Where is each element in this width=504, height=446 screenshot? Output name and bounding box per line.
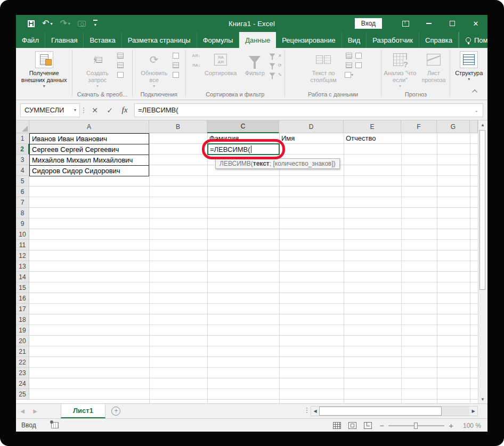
row-header-18[interactable]: 18: [16, 314, 29, 325]
scroll-down-icon[interactable]: ▼: [478, 395, 487, 403]
show-queries-icon[interactable]: [116, 52, 125, 59]
scroll-right-icon[interactable]: ▶: [469, 407, 477, 416]
row-header-23[interactable]: 23: [16, 368, 29, 378]
column-header-e[interactable]: E: [344, 120, 401, 133]
grid-row[interactable]: [29, 229, 478, 240]
row-header-2[interactable]: 2: [16, 144, 29, 155]
grid-row[interactable]: [29, 208, 478, 218]
from-table-icon[interactable]: [116, 61, 125, 69]
remove-duplicates-icon[interactable]: [345, 61, 353, 69]
ribbon-tab-вид[interactable]: Вид: [342, 32, 367, 48]
sheet-tab[interactable]: Лист1: [61, 404, 105, 418]
grid-row[interactable]: [29, 304, 478, 314]
zoom-level[interactable]: 100 %: [461, 422, 481, 429]
refresh-all-button[interactable]: ⟳ Обновить все ▾: [137, 50, 170, 88]
grid-row[interactable]: [29, 282, 478, 293]
row-header-8[interactable]: 8: [16, 208, 29, 218]
grid-row[interactable]: [29, 293, 478, 304]
horizontal-scroll-thumb[interactable]: [319, 407, 442, 416]
grid-row[interactable]: [29, 240, 478, 250]
ribbon-tab-разработчик[interactable]: Разработчик: [367, 32, 419, 48]
scrollbar-resize-handle[interactable]: [306, 408, 307, 413]
cancel-entry-button[interactable]: ✕: [87, 103, 102, 117]
help-assistant-tab[interactable]: Помощн: [459, 32, 487, 48]
ribbon-tab-разметка-страницы[interactable]: Разметка страницы: [122, 32, 197, 48]
row-header-14[interactable]: 14: [16, 272, 29, 282]
grid-row[interactable]: [29, 218, 478, 229]
cell-d1[interactable]: Имя: [279, 133, 344, 144]
scroll-up-icon[interactable]: ▲: [478, 120, 487, 129]
row-header-24[interactable]: 24: [16, 378, 29, 389]
row-header-9[interactable]: 9: [16, 218, 29, 229]
grid-row[interactable]: [29, 186, 478, 197]
name-box-dropdown-icon[interactable]: ▾: [74, 108, 76, 112]
sort-descending-icon[interactable]: ЯА↓: [192, 61, 200, 69]
grid-row[interactable]: [29, 176, 478, 186]
column-header-d[interactable]: D: [279, 120, 344, 133]
ribbon-tab-данные[interactable]: Данные: [239, 32, 276, 48]
previous-sheet-icon[interactable]: ◀: [16, 404, 29, 418]
cell-e1[interactable]: Отчество: [344, 133, 401, 144]
grid-row[interactable]: [29, 357, 478, 368]
minimize-button[interactable]: [417, 15, 441, 32]
sort-ascending-icon[interactable]: АЯ↓: [192, 52, 200, 59]
vertical-scroll-thumb[interactable]: [479, 130, 485, 290]
edit-cell-c2[interactable]: =ЛЕВСИМВ(: [207, 143, 280, 155]
row-header-6[interactable]: 6: [16, 186, 29, 197]
row-header-13[interactable]: 13: [16, 261, 29, 272]
consolidate-icon[interactable]: [354, 52, 363, 59]
next-sheet-icon[interactable]: ▶: [29, 404, 42, 418]
scroll-left-icon[interactable]: ◀: [311, 407, 319, 416]
row-header-3[interactable]: 3: [16, 155, 29, 165]
row-header-15[interactable]: 15: [16, 282, 29, 293]
ribbon-tab-вставка[interactable]: Вставка: [84, 32, 121, 48]
ribbon-tab-файл[interactable]: Файл: [16, 32, 45, 48]
row-header-1[interactable]: 1: [16, 133, 29, 144]
macro-record-icon[interactable]: [51, 422, 59, 428]
column-header-f[interactable]: F: [401, 120, 437, 133]
collapse-ribbon-icon[interactable]: [469, 87, 481, 95]
cell-c1[interactable]: Фамилия: [207, 133, 279, 144]
grid-row[interactable]: [29, 325, 478, 336]
horizontal-scroll-track[interactable]: [442, 407, 469, 416]
row-header-5[interactable]: 5: [16, 176, 29, 186]
page-layout-view-icon[interactable]: [348, 422, 356, 429]
row-header-4[interactable]: 4: [16, 165, 29, 176]
row-header-16[interactable]: 16: [16, 293, 29, 304]
row-header-25[interactable]: 25: [16, 389, 29, 400]
cell-a1[interactable]: Иванов Иван Иванович: [30, 134, 149, 144]
cell-a4[interactable]: Сидоров Сидор Сидорович: [30, 166, 149, 176]
ribbon-tab-формулы[interactable]: Формулы: [197, 32, 240, 48]
relationships-icon[interactable]: [354, 61, 363, 69]
clear-filter-icon[interactable]: ✕: [270, 52, 278, 59]
grid-row[interactable]: [29, 368, 478, 378]
grid-row[interactable]: [29, 346, 478, 357]
sign-in-button[interactable]: Вход: [355, 18, 382, 29]
add-sheet-button[interactable]: +: [105, 404, 127, 418]
reapply-filter-icon[interactable]: ⟳: [270, 61, 278, 69]
edit-links-icon[interactable]: [172, 71, 180, 78]
cell-a3[interactable]: Михайлов Михаил Михайлович: [30, 155, 149, 166]
column-header-c[interactable]: C: [207, 120, 279, 133]
horizontal-scrollbar[interactable]: ◀ ▶: [311, 406, 478, 416]
column-header-a[interactable]: A: [29, 120, 149, 133]
filter-button[interactable]: Фильтр: [241, 50, 269, 77]
grid-row[interactable]: [29, 314, 478, 325]
expand-formula-bar-icon[interactable]: ⌄: [474, 108, 478, 113]
new-query-button[interactable]: Создать запрос ▾: [80, 50, 115, 88]
grid-row[interactable]: [29, 197, 478, 208]
zoom-in-icon[interactable]: +: [449, 423, 453, 428]
cell-a2[interactable]: Сергеев Сергей Сергеевич: [30, 144, 149, 155]
grid-row[interactable]: [29, 378, 478, 389]
name-box[interactable]: СУММЕСЛИ ▾: [20, 103, 80, 117]
row-header-10[interactable]: 10: [16, 229, 29, 240]
outline-button[interactable]: Структура ▾: [452, 50, 486, 82]
properties-icon[interactable]: [172, 61, 180, 69]
insert-function-button[interactable]: fx: [117, 103, 132, 117]
what-if-analysis-button[interactable]: Анализ "что если" ▾: [383, 50, 417, 88]
get-external-data-button[interactable]: Получение внешних данных ▾: [18, 50, 71, 88]
grid-row[interactable]: [29, 261, 478, 272]
zoom-slider-thumb[interactable]: [414, 423, 418, 429]
page-break-view-icon[interactable]: [364, 422, 372, 429]
zoom-slider[interactable]: [388, 425, 444, 426]
